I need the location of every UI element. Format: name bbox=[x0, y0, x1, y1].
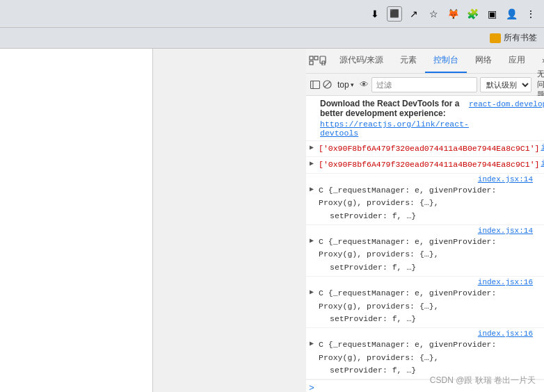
console-row-6: index.jsx:16 ▶ C {_requestManager: e, gi… bbox=[306, 328, 544, 379]
console-row-3: index.jsx:14 ▶ C {_requestManager: e, gi… bbox=[306, 174, 544, 225]
console-row-1: ▶ ['0x90F8bf6A479f320ead074411a4B0e7944E… bbox=[306, 141, 544, 157]
react-devtools-link[interactable]: https://reactjs.org/link/react-devtools bbox=[320, 120, 469, 138]
obj-content-4b: setProvider: f, …} bbox=[330, 263, 416, 272]
obj-content-6b: setProvider: f, …} bbox=[330, 366, 416, 375]
tab-network[interactable]: 网络 bbox=[467, 49, 500, 73]
star-icon[interactable]: ☆ bbox=[426, 6, 441, 22]
log-level-select[interactable]: 默认级别 bbox=[480, 77, 531, 92]
message-source-2[interactable]: index.jsx:11 bbox=[541, 158, 544, 168]
message-source-6[interactable]: index.jsx:16 bbox=[478, 328, 538, 338]
react-devtools-source[interactable]: react-dom.development.js:29840 bbox=[469, 99, 544, 108]
tab-application[interactable]: 应用 bbox=[500, 49, 534, 73]
download-icon[interactable]: ⬇ bbox=[367, 6, 383, 22]
menu-icon[interactable]: ⋮ bbox=[523, 6, 538, 22]
message-source-5[interactable]: index.jsx:16 bbox=[478, 277, 538, 286]
expand-icon-6[interactable]: ▶ bbox=[306, 338, 317, 348]
react-devtools-bold: Download the React DevTools for a better… bbox=[320, 99, 459, 118]
page-content-left bbox=[0, 49, 153, 392]
devtools-tab-bar: 源代码/来源 元素 控制台 网络 应用 » ⚙ ⋮ ✕ bbox=[306, 49, 544, 74]
puzzle-icon[interactable]: 🧩 bbox=[465, 6, 480, 22]
expand-icon-4[interactable]: ▶ bbox=[306, 235, 317, 245]
devtools-panel: 源代码/来源 元素 控制台 网络 应用 » ⚙ ⋮ ✕ top bbox=[306, 49, 544, 392]
tab-console[interactable]: 控制台 bbox=[425, 49, 467, 73]
sidebar-toggle-icon[interactable] bbox=[310, 76, 320, 93]
svg-rect-0 bbox=[310, 56, 313, 60]
chevron-down-icon: ▾ bbox=[351, 81, 354, 88]
svg-rect-5 bbox=[311, 81, 320, 88]
screenshot-icon[interactable]: ⬛ bbox=[387, 6, 402, 22]
folder-icon bbox=[490, 33, 501, 43]
device-toggle-icon[interactable] bbox=[319, 49, 328, 73]
expand-icon-5[interactable]: ▶ bbox=[306, 286, 317, 296]
obj-content-5a: C {_requestManager: e, givenProvider: Pr… bbox=[319, 288, 496, 310]
profile-icon[interactable]: 👤 bbox=[504, 6, 519, 22]
obj-content-6a: C {_requestManager: e, givenProvider: Pr… bbox=[319, 340, 496, 361]
console-output: Download the React DevTools for a better… bbox=[306, 96, 544, 392]
expand-icon-3[interactable]: ▶ bbox=[306, 183, 317, 193]
share-icon[interactable]: ↗ bbox=[406, 6, 422, 22]
obj-content-3b: setProvider: f, …} bbox=[330, 211, 416, 220]
prompt-icon: > bbox=[309, 383, 314, 392]
context-label: top bbox=[337, 80, 349, 90]
expand-icon-2[interactable]: ▶ bbox=[306, 158, 317, 168]
expand-icon-1[interactable]: ▶ bbox=[306, 142, 317, 152]
obj-content-5b: setProvider: f, …} bbox=[330, 314, 416, 323]
tab-sources[interactable]: 源代码/来源 bbox=[331, 49, 392, 73]
obj-content-4a: C {_requestManager: e, givenProvider: Pr… bbox=[319, 237, 496, 259]
all-bookmarks[interactable]: 所有书签 bbox=[490, 32, 537, 44]
tab-elements[interactable]: 元素 bbox=[392, 49, 425, 73]
message-source-1[interactable]: index.jsx:11 bbox=[541, 142, 544, 152]
inspector-icon[interactable] bbox=[309, 49, 319, 73]
svg-rect-2 bbox=[310, 61, 313, 65]
message-source-3[interactable]: index.jsx:14 bbox=[478, 174, 538, 183]
react-devtools-message: Download the React DevTools for a better… bbox=[306, 96, 544, 141]
svg-rect-1 bbox=[314, 56, 318, 60]
array-value-1: ['0x90F8bf6A479f320ead074411a4B0e7944Ea8… bbox=[319, 144, 539, 153]
context-selector[interactable]: top ▾ bbox=[335, 79, 357, 91]
obj-content-3a: C {_requestManager: e, givenProvider: Pr… bbox=[319, 186, 496, 207]
eye-icon[interactable]: 👁 bbox=[360, 76, 369, 93]
block-icon[interactable] bbox=[323, 76, 332, 93]
svg-line-8 bbox=[324, 81, 330, 87]
console-row-4: index.jsx:14 ▶ C {_requestManager: e, gi… bbox=[306, 225, 544, 277]
console-row-5: index.jsx:16 ▶ C {_requestManager: e, gi… bbox=[306, 277, 544, 328]
bookmarks-bar: 所有书签 bbox=[0, 28, 544, 49]
browser-top-bar: ⬇ ⬛ ↗ ☆ 🦊 🧩 ▣ 👤 ⋮ bbox=[0, 0, 544, 28]
message-source-4[interactable]: index.jsx:14 bbox=[478, 225, 538, 235]
fox-icon[interactable]: 🦊 bbox=[445, 6, 461, 22]
console-toolbar: top ▾ 👁 默认级别 无问题 ⚙ bbox=[306, 74, 544, 96]
array-value-2: ['0x90F8bf6A479f320ead074411a4B0e7944Ea8… bbox=[319, 160, 539, 169]
console-row-2: ▶ ['0x90F8bf6A479f320ead074411a4B0e7944E… bbox=[306, 157, 544, 173]
window-icon[interactable]: ▣ bbox=[484, 6, 499, 22]
watermark: CSDN @跟 耿瑞 卷出一片天 bbox=[430, 375, 536, 386]
filter-input[interactable] bbox=[371, 77, 477, 92]
bookmarks-label: 所有书签 bbox=[504, 32, 537, 44]
react-devtools-text: Download the React DevTools for a better… bbox=[320, 99, 469, 138]
